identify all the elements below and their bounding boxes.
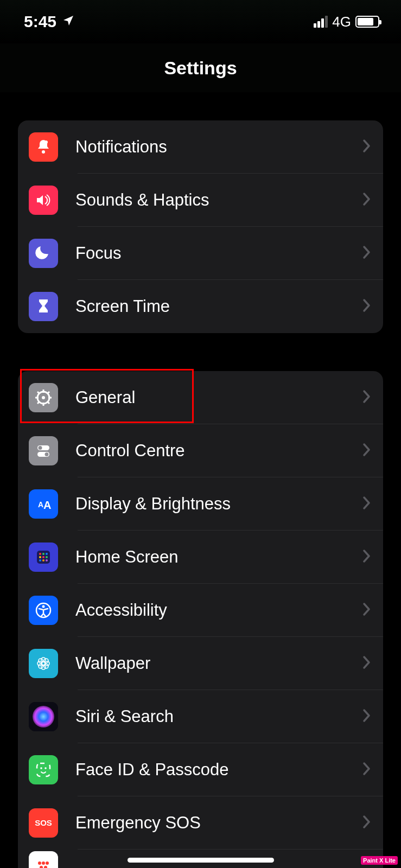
svg-text:A: A: [38, 500, 43, 509]
svg-text:SOS: SOS: [35, 818, 52, 827]
svg-point-37: [39, 664, 43, 668]
chevron-right-icon: [362, 139, 371, 155]
status-left: 5:45: [24, 12, 75, 31]
chevron-right-icon: [362, 549, 371, 565]
svg-line-10: [37, 401, 40, 404]
chevron-right-icon: [362, 709, 371, 725]
row-label: Home Screen: [75, 547, 362, 567]
flower-icon: [29, 649, 58, 678]
row-label: Focus: [75, 244, 362, 263]
settings-row-control-centre[interactable]: Control Centre: [18, 424, 383, 477]
svg-point-20: [42, 553, 44, 555]
battery-icon: [355, 16, 379, 28]
gear-icon: [29, 383, 58, 412]
chevron-right-icon: [362, 602, 371, 618]
toggles-icon: [29, 436, 58, 465]
settings-row-emergency-sos[interactable]: SOSEmergency SOS: [18, 796, 383, 850]
svg-point-33: [37, 661, 42, 666]
settings-row-siri-search[interactable]: Siri & Search: [18, 690, 383, 743]
network-label: 4G: [332, 14, 351, 30]
svg-line-9: [47, 401, 49, 404]
settings-row-sounds-haptics[interactable]: Sounds & Haptics: [18, 174, 383, 227]
settings-row-accessibility[interactable]: Accessibility: [18, 584, 383, 637]
face-id-icon: [29, 755, 58, 784]
row-label: Siri & Search: [75, 707, 362, 726]
svg-point-48: [40, 866, 43, 868]
chevron-right-icon: [362, 192, 371, 208]
page-title: Settings: [164, 58, 237, 79]
row-label: Sounds & Haptics: [75, 190, 362, 210]
settings-row-wallpaper[interactable]: Wallpaper: [18, 637, 383, 690]
accessibility-icon: [29, 596, 58, 625]
sos-icon: SOS: [29, 808, 58, 838]
settings-list: NotificationsSounds & HapticsFocusScreen…: [0, 120, 401, 868]
row-label: Accessibility: [75, 601, 362, 620]
row-label: Emergency SOS: [75, 813, 362, 833]
svg-line-8: [37, 392, 40, 394]
home-indicator[interactable]: [128, 858, 274, 863]
nav-bar: Settings: [0, 43, 401, 92]
svg-point-34: [45, 661, 49, 666]
svg-point-43: [44, 767, 47, 769]
exposure-icon: [29, 851, 58, 868]
svg-point-15: [45, 452, 49, 456]
status-bar: 5:45 4G: [0, 0, 401, 43]
group-alerts: NotificationsSounds & HapticsFocusScreen…: [18, 120, 383, 333]
chevron-right-icon: [362, 245, 371, 261]
row-label: Notifications: [75, 137, 362, 157]
svg-point-13: [39, 446, 42, 450]
svg-point-25: [39, 559, 41, 561]
settings-row-display-brightness[interactable]: AADisplay & Brightness: [18, 477, 383, 531]
speaker-icon: [29, 186, 58, 215]
svg-point-47: [46, 861, 49, 865]
svg-point-42: [40, 767, 42, 769]
row-label: General: [75, 388, 362, 407]
svg-point-27: [46, 559, 48, 561]
svg-point-45: [38, 861, 41, 865]
chevron-right-icon: [362, 815, 371, 831]
svg-point-29: [42, 605, 45, 608]
svg-point-31: [41, 658, 46, 662]
svg-point-0: [42, 150, 45, 154]
chevron-right-icon: [362, 298, 371, 315]
settings-row-home-screen[interactable]: Home Screen: [18, 531, 383, 584]
svg-line-11: [47, 392, 49, 394]
svg-point-46: [42, 861, 45, 865]
svg-point-19: [39, 553, 41, 555]
chevron-right-icon: [362, 655, 371, 672]
row-label: Face ID & Passcode: [75, 760, 362, 780]
text-size-icon: AA: [29, 489, 58, 519]
svg-rect-41: [37, 763, 50, 776]
settings-row-screen-time[interactable]: Screen Time: [18, 280, 383, 333]
svg-point-32: [41, 665, 46, 669]
svg-point-49: [44, 866, 47, 868]
svg-point-40: [33, 706, 54, 727]
bell-icon: [29, 132, 58, 162]
row-label: Wallpaper: [75, 654, 362, 673]
cellular-signal-icon: [314, 16, 328, 28]
svg-point-23: [42, 556, 44, 558]
settings-row-general[interactable]: General: [18, 371, 383, 424]
svg-point-26: [42, 559, 44, 561]
svg-point-3: [42, 396, 45, 399]
settings-row-face-id-passcode[interactable]: Face ID & Passcode: [18, 743, 383, 796]
chevron-right-icon: [362, 390, 371, 406]
svg-point-22: [39, 556, 41, 558]
settings-row-notifications[interactable]: Notifications: [18, 120, 383, 174]
svg-point-1: [44, 141, 48, 144]
group-system: GeneralControl CentreAADisplay & Brightn…: [18, 371, 383, 868]
svg-point-21: [46, 553, 48, 555]
chevron-right-icon: [362, 496, 371, 512]
svg-point-24: [46, 556, 48, 558]
settings-row-focus[interactable]: Focus: [18, 227, 383, 280]
watermark-badge: Paint X Lite: [361, 856, 398, 865]
hourglass-icon: [29, 292, 58, 321]
row-label: Screen Time: [75, 297, 362, 316]
location-icon: [62, 12, 75, 31]
status-right: 4G: [314, 14, 379, 30]
row-label: Display & Brightness: [75, 494, 362, 514]
chevron-right-icon: [362, 762, 371, 778]
moon-icon: [29, 239, 58, 268]
status-time: 5:45: [24, 12, 56, 31]
siri-icon: [29, 702, 58, 731]
